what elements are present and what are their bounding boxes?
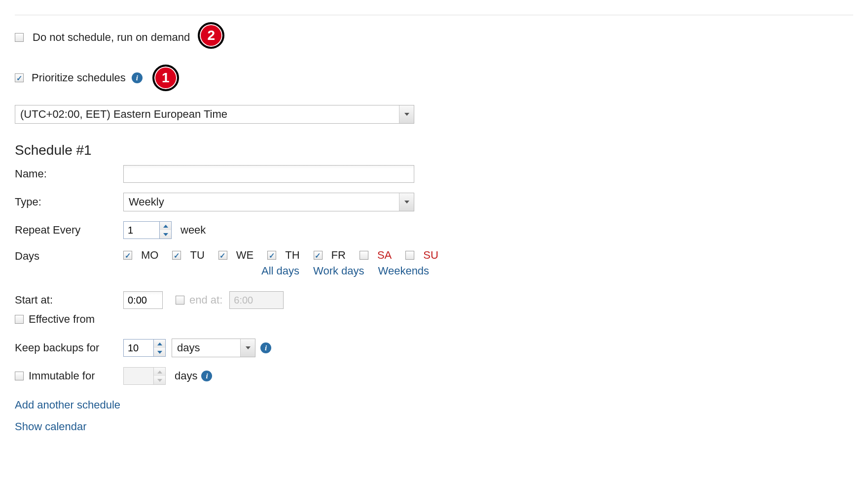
add-another-schedule-link[interactable]: Add another schedule [15, 399, 120, 411]
day-sa-label: SA [377, 249, 392, 262]
day-th-label: TH [285, 249, 299, 262]
day-sa: SA [360, 249, 392, 262]
day-mo-checkbox[interactable] [123, 251, 132, 260]
day-sa-checkbox[interactable] [360, 251, 368, 260]
type-dropdown-button[interactable] [399, 193, 414, 211]
day-su: SU [405, 249, 438, 262]
day-th: TH [267, 249, 299, 262]
schedule-title: Schedule #1 [15, 142, 853, 158]
repeat-every-label: Repeat Every [15, 224, 123, 237]
prioritize-schedules-label: Prioritize schedules [32, 71, 126, 84]
name-label: Name: [15, 168, 123, 180]
spin-up-icon [157, 371, 162, 374]
day-mo: MO [123, 249, 158, 262]
keep-backups-value[interactable] [124, 340, 153, 356]
keep-backups-unit-dropdown-button[interactable] [240, 339, 255, 357]
annotation-badge-1: 1 [152, 65, 179, 91]
type-label: Type: [15, 196, 123, 208]
repeat-every-spinner[interactable] [123, 221, 172, 239]
spin-up-icon [163, 225, 168, 228]
type-select[interactable]: Weekly [123, 193, 414, 211]
spin-down-icon [157, 379, 162, 382]
keep-backups-label: Keep backups for [15, 341, 123, 354]
keep-backups-down[interactable] [154, 348, 165, 356]
work-days-link[interactable]: Work days [313, 265, 364, 277]
chevron-down-icon [246, 346, 251, 349]
keep-backups-unit-select[interactable]: days [172, 339, 255, 357]
end-at-label: end at: [189, 294, 222, 307]
days-label: Days [15, 249, 123, 263]
do-not-schedule-label: Do not schedule, run on demand [33, 31, 190, 44]
show-calendar-link[interactable]: Show calendar [15, 420, 87, 433]
spin-up-icon [157, 342, 162, 345]
timezone-value: (UTC+02:00, EET) Eastern European Time [15, 105, 399, 123]
day-fr-checkbox[interactable] [314, 251, 323, 260]
repeat-every-down[interactable] [160, 230, 171, 238]
day-fr-label: FR [331, 249, 346, 262]
spin-down-icon [157, 351, 162, 354]
day-su-label: SU [423, 249, 438, 262]
day-we-checkbox[interactable] [218, 251, 227, 260]
info-icon[interactable]: i [260, 342, 271, 353]
immutable-for-down [154, 376, 165, 384]
immutable-for-checkbox[interactable] [15, 372, 24, 380]
immutable-for-value [124, 368, 153, 384]
prioritize-schedules-checkbox[interactable] [15, 73, 24, 82]
effective-from-checkbox[interactable] [15, 315, 24, 324]
day-tu-label: TU [190, 249, 204, 262]
day-tu: TU [172, 249, 204, 262]
repeat-every-value[interactable] [124, 222, 159, 238]
do-not-schedule-checkbox[interactable] [15, 33, 24, 42]
timezone-select[interactable]: (UTC+02:00, EET) Eastern European Time [15, 105, 414, 124]
keep-backups-spinner[interactable] [123, 339, 166, 357]
immutable-for-up [154, 368, 165, 376]
repeat-every-unit: week [181, 224, 206, 237]
end-at-input [229, 291, 284, 309]
type-value: Weekly [124, 193, 399, 211]
name-input[interactable] [123, 165, 414, 183]
end-at-checkbox[interactable] [176, 296, 184, 305]
day-mo-label: MO [141, 249, 158, 262]
info-icon[interactable]: i [201, 371, 212, 381]
keep-backups-up[interactable] [154, 340, 165, 348]
all-days-link[interactable]: All days [261, 265, 299, 277]
day-we-label: WE [236, 249, 253, 262]
day-su-checkbox[interactable] [405, 251, 414, 260]
day-th-checkbox[interactable] [267, 251, 276, 260]
chevron-down-icon [404, 201, 409, 204]
repeat-every-up[interactable] [160, 222, 171, 230]
day-we: WE [218, 249, 253, 262]
weekends-link[interactable]: Weekends [378, 265, 430, 277]
start-at-input[interactable] [123, 291, 163, 309]
day-fr: FR [314, 249, 346, 262]
chevron-down-icon [404, 113, 409, 116]
keep-backups-unit: days [172, 339, 240, 357]
immutable-for-label: Immutable for [29, 370, 95, 382]
start-at-label: Start at: [15, 294, 123, 307]
day-tu-checkbox[interactable] [172, 251, 181, 260]
effective-from-label: Effective from [29, 313, 95, 326]
timezone-dropdown-button[interactable] [399, 105, 414, 123]
immutable-for-unit: days [175, 370, 197, 382]
annotation-badge-2: 2 [198, 22, 224, 49]
immutable-for-spinner [123, 367, 166, 385]
spin-down-icon [163, 233, 168, 236]
info-icon[interactable]: i [132, 72, 143, 83]
